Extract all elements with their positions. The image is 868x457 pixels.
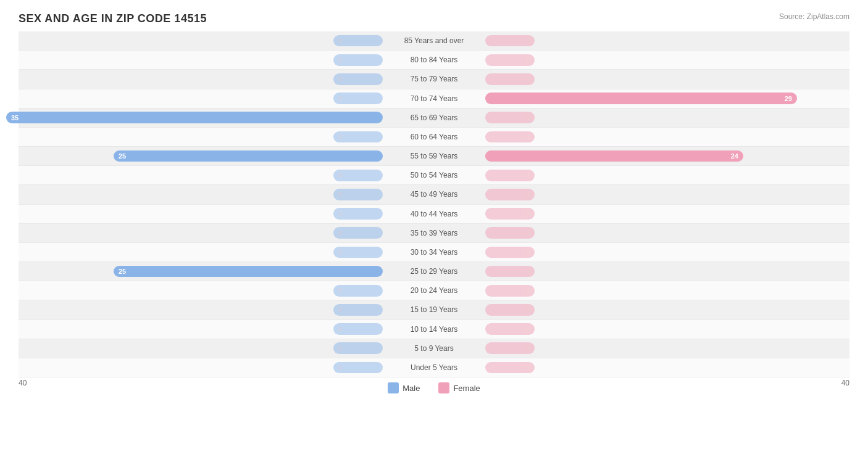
male-bar: 0 xyxy=(333,73,383,85)
right-zone: 29 xyxy=(485,89,849,108)
bar-row: 0 85 Years and over 0 xyxy=(19,31,849,51)
left-zone: 0 xyxy=(19,339,383,358)
male-bar: 25 xyxy=(114,150,383,162)
right-zone: 0 xyxy=(485,70,849,88)
female-bar: 0 xyxy=(485,362,535,374)
male-bar: 0 xyxy=(333,247,383,258)
left-zone: 0 xyxy=(19,70,383,88)
female-value: 0 xyxy=(526,268,530,275)
female-bar: 0 xyxy=(485,342,535,354)
right-zone: 0 xyxy=(485,224,849,242)
female-bar: 0 xyxy=(485,35,535,47)
right-zone: 0 xyxy=(485,320,849,339)
age-label: 50 to 54 Years xyxy=(383,171,485,179)
bar-row: 0 40 to 44 Years 0 xyxy=(19,205,849,224)
bar-row: 0 80 to 84 Years 0 xyxy=(19,51,849,70)
left-zone: 0 xyxy=(19,320,383,339)
male-bar: 0 xyxy=(333,54,383,66)
bar-row: 0 70 to 74 Years 29 xyxy=(19,89,849,109)
right-zone: 0 xyxy=(485,358,849,377)
female-bar: 0 xyxy=(485,131,535,143)
female-bar: 0 xyxy=(485,208,535,220)
female-value: 0 xyxy=(526,56,530,64)
female-value: 29 xyxy=(785,95,792,102)
age-label: 35 to 39 Years xyxy=(383,229,485,237)
male-value: 0 xyxy=(338,326,342,333)
left-zone: 0 xyxy=(19,128,383,146)
source-label: Source: ZipAtlas.com xyxy=(779,12,849,21)
bar-row: 0 45 to 49 Years 0 xyxy=(19,185,849,204)
male-value: 0 xyxy=(338,345,342,352)
chart-title: SEX AND AGE IN ZIP CODE 14515 xyxy=(19,12,849,25)
bar-row: 0 Under 5 Years 0 xyxy=(19,358,849,377)
right-zone: 24 xyxy=(485,147,849,165)
bar-row: 0 75 to 79 Years 0 xyxy=(19,70,849,89)
female-bar: 0 xyxy=(485,54,535,66)
male-value: 0 xyxy=(338,56,342,64)
bar-row: 25 55 to 59 Years 24 xyxy=(19,147,849,166)
legend-female-label: Female xyxy=(453,384,480,393)
male-bar: 0 xyxy=(333,131,383,143)
bar-row: 0 20 to 24 Years 0 xyxy=(19,281,849,300)
bar-row: 35 65 to 69 Years 0 xyxy=(19,109,849,128)
left-zone: 0 xyxy=(19,243,383,261)
left-zone: 25 xyxy=(19,262,383,281)
male-bar: 0 xyxy=(333,35,383,47)
female-value: 0 xyxy=(526,306,530,313)
bar-row: 0 50 to 54 Years 0 xyxy=(19,166,849,185)
chart-container: SEX AND AGE IN ZIP CODE 14515 Source: Zi… xyxy=(0,0,868,457)
male-value: 0 xyxy=(338,364,342,371)
right-zone: 0 xyxy=(485,185,849,204)
male-value: 0 xyxy=(338,37,342,44)
age-label: 55 to 59 Years xyxy=(383,152,485,160)
female-bar: 0 xyxy=(485,266,535,278)
male-bar: 0 xyxy=(333,285,383,297)
bar-row: 0 15 to 19 Years 0 xyxy=(19,300,849,319)
bar-row: 0 30 to 34 Years 0 xyxy=(19,243,849,262)
male-value: 0 xyxy=(338,191,342,198)
male-bar: 0 xyxy=(333,93,383,104)
male-bar: 0 xyxy=(333,208,383,220)
right-zone: 0 xyxy=(485,109,849,127)
right-zone: 0 xyxy=(485,281,849,300)
bar-row: 25 25 to 29 Years 0 xyxy=(19,262,849,281)
left-zone: 0 xyxy=(19,51,383,69)
left-zone: 0 xyxy=(19,205,383,223)
right-zone: 0 xyxy=(485,128,849,146)
left-zone: 0 xyxy=(19,89,383,108)
female-value: 0 xyxy=(526,345,530,352)
female-bar: 0 xyxy=(485,285,535,297)
age-label: 60 to 64 Years xyxy=(383,133,485,141)
female-value: 0 xyxy=(526,229,530,237)
female-bar: 0 xyxy=(485,73,535,85)
male-value: 0 xyxy=(338,75,342,83)
female-bar: 0 xyxy=(485,170,535,181)
chart-area: 0 85 Years and over 0 0 80 to 84 Years 0 xyxy=(19,31,849,402)
left-zone: 0 xyxy=(19,166,383,184)
left-zone: 0 xyxy=(19,185,383,204)
female-bar: 0 xyxy=(485,189,535,200)
female-bar: 0 xyxy=(485,247,535,258)
age-label: Under 5 Years xyxy=(383,363,485,372)
male-value: 0 xyxy=(338,133,342,141)
bar-row: 0 35 to 39 Years 0 xyxy=(19,224,849,243)
female-bar: 0 xyxy=(485,304,535,316)
male-bar: 0 xyxy=(333,189,383,200)
female-value: 0 xyxy=(526,171,530,179)
right-zone: 0 xyxy=(485,31,849,50)
age-label: 25 to 29 Years xyxy=(383,267,485,276)
bar-row: 0 60 to 64 Years 0 xyxy=(19,128,849,147)
age-label: 65 to 69 Years xyxy=(383,113,485,122)
male-value: 0 xyxy=(338,249,342,256)
left-zone: 0 xyxy=(19,358,383,377)
male-value: 25 xyxy=(119,268,126,275)
age-label: 75 to 79 Years xyxy=(383,75,485,83)
axis-right-label: 40 xyxy=(841,379,849,393)
bar-row: 0 10 to 14 Years 0 xyxy=(19,320,849,339)
female-value: 0 xyxy=(526,326,530,333)
female-value: 0 xyxy=(526,191,530,198)
age-label: 20 to 24 Years xyxy=(383,286,485,295)
age-label: 30 to 34 Years xyxy=(383,248,485,257)
right-zone: 0 xyxy=(485,51,849,69)
male-bar: 0 xyxy=(333,304,383,316)
